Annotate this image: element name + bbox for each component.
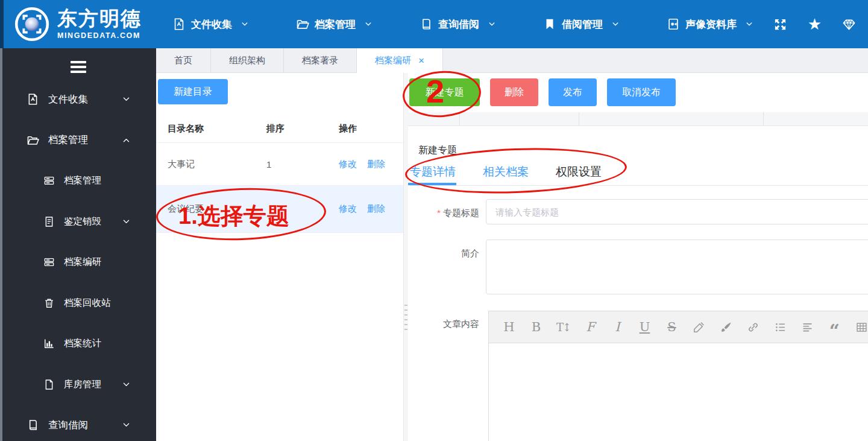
brand-name: 东方明德: [57, 8, 142, 30]
expand-icon[interactable]: [773, 17, 787, 31]
topic-tab-0[interactable]: 专题详情: [410, 158, 456, 185]
brand-logo-icon: [14, 7, 49, 42]
chevron-down-icon: [488, 20, 496, 28]
topic-tab-1[interactable]: 相关档案: [483, 158, 529, 185]
window-edge: [0, 0, 4, 48]
chevron-up-icon: [122, 136, 131, 145]
tab-label: 档案著录: [302, 55, 338, 66]
nav-item-label: 档案管理: [315, 17, 356, 31]
tool-pen-icon[interactable]: [691, 320, 706, 335]
topic-button-3[interactable]: 取消发布: [607, 78, 676, 106]
tool-bullet-list-icon[interactable]: [773, 320, 788, 335]
topic-title-input[interactable]: [486, 199, 868, 224]
row-name: 会议纪要: [168, 203, 266, 215]
tool-heading-icon[interactable]: H: [502, 320, 517, 335]
media-icon: [667, 17, 680, 31]
tool-bold-icon[interactable]: B: [529, 320, 544, 335]
page-icon: [43, 379, 55, 390]
close-icon[interactable]: ×: [418, 56, 424, 66]
row-order: 1: [266, 159, 339, 170]
tool-table-icon[interactable]: [854, 320, 868, 335]
app-header: 东方明德 MINGDEDATA.COM 文件收集 档案管理 查询借阅 借阅管理 …: [0, 0, 868, 48]
topic-button-1[interactable]: 删除: [490, 78, 538, 106]
topic-button-0[interactable]: 新建专题: [409, 78, 480, 106]
tool-strikethrough-icon[interactable]: S: [664, 320, 679, 335]
row-name: 大事记: [168, 159, 266, 170]
chevron-down-icon: [122, 420, 131, 430]
tool-font-size-icon[interactable]: T↕: [556, 320, 571, 335]
tool-align-icon[interactable]: [800, 320, 815, 335]
nav-item-1[interactable]: 档案管理: [296, 17, 373, 31]
intro-textarea[interactable]: [486, 240, 868, 294]
edit-link[interactable]: 修改: [339, 159, 357, 170]
tab-3[interactable]: 档案编研 ×: [357, 48, 443, 73]
content-label: 文章内容: [408, 319, 479, 330]
doc-lines-icon: [43, 216, 55, 227]
tool-brush-icon[interactable]: [719, 320, 734, 335]
nav-item-label: 声像资料库: [685, 17, 737, 31]
nav-item-0[interactable]: 文件收集: [172, 17, 249, 31]
nav-item-label: 文件收集: [191, 17, 232, 31]
editor-content-area[interactable]: [489, 343, 868, 441]
brand-text: 东方明德 MINGDEDATA.COM: [57, 8, 142, 40]
topic-tabs: 专题详情相关档案权限设置: [410, 158, 868, 186]
chevron-down-icon: [745, 20, 753, 28]
delete-link[interactable]: 删除: [367, 159, 385, 170]
sidebar-item-1[interactable]: 档案管理: [0, 120, 156, 161]
star-glyph: ★: [808, 16, 822, 32]
file-doc-icon: [172, 17, 186, 31]
sidebar-item-8[interactable]: 查询借阅: [0, 405, 156, 441]
chevron-down-icon: [241, 20, 249, 28]
topic-tab-2[interactable]: 权限设置: [556, 158, 602, 185]
sidebar-item-2[interactable]: 档案管理: [0, 160, 156, 201]
star-icon[interactable]: ★: [808, 17, 822, 31]
tool-quote-icon[interactable]: “: [827, 320, 842, 335]
nav-item-2[interactable]: 查询借阅: [420, 17, 496, 31]
brand-logo[interactable]: 东方明德 MINGDEDATA.COM: [14, 7, 154, 42]
editor-toolbar: HBT↕FIUS“: [489, 311, 868, 343]
new-directory-button[interactable]: 新建目录: [158, 79, 228, 104]
gem-icon[interactable]: [842, 17, 856, 31]
sidebar-collapse-button[interactable]: [71, 61, 86, 73]
tool-font-style-icon[interactable]: F: [583, 320, 598, 335]
sidebar-item-label: 查询借阅: [48, 419, 88, 432]
brand-domain: MINGDEDATA.COM: [57, 31, 142, 40]
sidebar-item-label: 档案管理: [64, 174, 101, 187]
nav-item-4[interactable]: 声像资料库: [667, 17, 753, 31]
bookmark-icon: [543, 17, 556, 31]
tab-label: 档案编研: [375, 55, 411, 66]
sidebar-item-0[interactable]: 文件收集: [0, 79, 156, 120]
tab-label: 组织架构: [229, 55, 265, 66]
nav-item-label: 查询借阅: [438, 17, 479, 31]
tool-link-icon[interactable]: [746, 320, 761, 335]
page-tabbar: 首页 组织架构 档案著录 档案编研 ×: [156, 48, 868, 73]
edit-link[interactable]: 修改: [339, 203, 357, 215]
sidebar-item-label: 档案管理: [48, 133, 88, 147]
tab-label: 首页: [174, 55, 192, 66]
sidebar-item-5[interactable]: 档案回收站: [0, 283, 156, 324]
trash-icon: [43, 297, 55, 309]
sidebar-item-3[interactable]: 鉴定销毁: [0, 201, 156, 243]
sidebar-item-label: 库房管理: [64, 378, 101, 391]
tab-0[interactable]: 首页: [156, 48, 211, 72]
tool-italic-icon[interactable]: I: [610, 320, 625, 335]
chevron-down-icon: [611, 20, 620, 28]
splitter-grip-icon: [404, 305, 407, 334]
sidebar-item-6[interactable]: 档案统计: [0, 323, 156, 364]
tab-1[interactable]: 组织架构: [211, 48, 284, 72]
tool-underline-icon[interactable]: U: [637, 320, 652, 335]
tab-2[interactable]: 档案著录: [284, 48, 357, 72]
sidebar-item-7[interactable]: 库房管理: [0, 364, 156, 405]
delete-link[interactable]: 删除: [367, 203, 385, 215]
chart-icon: [43, 338, 55, 349]
intro-label: 简介: [408, 248, 479, 259]
nav-item-3[interactable]: 借阅管理: [543, 17, 620, 31]
topic-panel: 新建专题删除发布取消发布 新建专题 专题详情相关档案权限设置 专题标题 简介 文…: [408, 73, 868, 441]
sidebar-item-4[interactable]: 档案编研: [0, 242, 156, 283]
table-row-0[interactable]: 大事记 1 修改删除: [156, 143, 403, 186]
table-row-1[interactable]: 会议纪要 修改删除: [156, 186, 403, 233]
header-actions: ★: [773, 17, 856, 31]
column-order: 排序: [266, 123, 339, 135]
panel-splitter[interactable]: [404, 73, 408, 441]
topic-button-2[interactable]: 发布: [549, 78, 597, 106]
